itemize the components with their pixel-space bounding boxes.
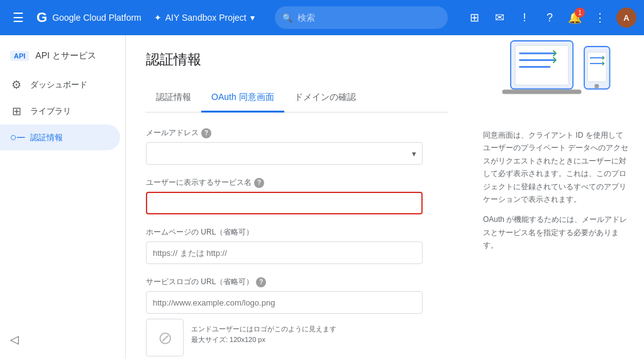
info-panel: 同意画面は、クライアント ID を使用してユーザーのプライベート データへのアク… (468, 35, 644, 359)
email-label: メールアドレス ? (146, 128, 423, 138)
project-dropdown-icon: ▾ (250, 13, 255, 23)
sidebar: API API とサービス ⚙ ダッシュボード ⊞ ライブラリ ○─ 認証情報 (0, 35, 126, 359)
svg-point-10 (594, 84, 599, 88)
project-name: AIY Sandbox Project (165, 13, 247, 23)
project-icon: ✦ (154, 13, 162, 23)
alert-button[interactable]: ! (513, 6, 536, 29)
search-icon: 🔍 (282, 13, 292, 23)
logo-help-icon[interactable]: ? (256, 277, 266, 287)
dashboard-icon: ⚙ (10, 78, 23, 92)
email-help-icon[interactable]: ? (201, 128, 211, 138)
svg-rect-7 (587, 52, 606, 82)
apps-button[interactable]: ⊞ (463, 6, 486, 29)
avatar[interactable]: A (616, 8, 636, 28)
service-name-input[interactable]: AIY Sandbox (146, 192, 423, 214)
main-wrapper: 認証情報 認証情報 OAuth 同意画面 ドメインの確認 メールアドレス ? h… (126, 35, 644, 359)
project-selector[interactable]: ✦ AIY Sandbox Project ▾ (149, 10, 260, 25)
help-button[interactable]: ? (538, 6, 561, 29)
tab-credentials[interactable]: 認証情報 (146, 84, 201, 113)
google-logo: G (36, 9, 47, 26)
logo-placeholder-icon: ⊘ (158, 328, 172, 348)
sidebar-title: API とサービス (35, 50, 96, 62)
sidebar-header: API API とサービス (0, 45, 125, 72)
email-group: メールアドレス ? hiroaki.akanuma@gmail.com (146, 128, 423, 165)
sidebar-item-dashboard[interactable]: ⚙ ダッシュボード (0, 72, 120, 98)
hamburger-button[interactable]: ☰ (8, 5, 29, 30)
logo-group: サービスロゴの URL（省略可） ? ⊘ エンドユーザーにはロゴがこのように見え… (146, 277, 423, 356)
sidebar-item-label-library: ライブラリ (30, 106, 71, 117)
page-title: 認証情報 (146, 50, 448, 69)
library-icon: ⊞ (10, 104, 23, 118)
oauth-form: メールアドレス ? hiroaki.akanuma@gmail.com ユーザー… (146, 128, 423, 359)
top-nav: ☰ G Google Cloud Platform ✦ AIY Sandbox … (0, 0, 644, 35)
api-badge: API (10, 51, 29, 61)
product-name: Google Cloud Platform (52, 13, 142, 23)
main-content: 認証情報 認証情報 OAuth 同意画面 ドメインの確認 メールアドレス ? h… (126, 35, 468, 359)
homepage-group: ホームページの URL（省略可） (146, 227, 423, 264)
app-body: API API とサービス ⚙ ダッシュボード ⊞ ライブラリ ○─ 認証情報 … (0, 35, 644, 359)
sidebar-item-label-credentials: 認証情報 (30, 132, 63, 143)
sidebar-collapse-button[interactable]: ◁ (5, 330, 24, 349)
sidebar-item-label-dashboard: ダッシュボード (30, 79, 87, 91)
email-button[interactable]: ✉ (488, 6, 511, 29)
search-bar[interactable]: 🔍 (275, 6, 448, 29)
svg-rect-1 (515, 45, 569, 85)
logo-input[interactable] (146, 291, 423, 314)
info-text-2: OAuth が機能するためには、メールアドレスとサービス名を指定する必要がありま… (483, 213, 629, 251)
credentials-icon: ○─ (10, 131, 23, 144)
more-options-button[interactable]: ⋮ (589, 6, 611, 29)
search-input[interactable] (297, 13, 440, 23)
homepage-label: ホームページの URL（省略可） (146, 227, 423, 238)
logo-label: サービスロゴの URL（省略可） ? (146, 277, 423, 287)
logo-hint: エンドユーザーにはロゴがこのように見えます 最大サイズ: 120x120 px (191, 319, 336, 345)
email-input[interactable]: hiroaki.akanuma@gmail.com (146, 142, 423, 165)
sidebar-item-library[interactable]: ⊞ ライブラリ (0, 98, 120, 124)
notification-badge: 1 (575, 8, 585, 18)
tabs: 認証情報 OAuth 同意画面 ドメインの確認 (146, 84, 448, 113)
logo-preview-area: ⊘ エンドユーザーにはロゴがこのように見えます 最大サイズ: 120x120 p… (146, 319, 423, 356)
service-name-label: ユーザーに表示するサービス名 ? (146, 177, 423, 188)
logo-placeholder: ⊘ (146, 319, 184, 356)
service-name-group: ユーザーに表示するサービス名 ? AIY Sandbox (146, 177, 423, 214)
homepage-input[interactable] (146, 241, 423, 264)
email-select-wrapper: hiroaki.akanuma@gmail.com (146, 142, 423, 165)
svg-rect-5 (502, 89, 582, 94)
tab-domain[interactable]: ドメインの確認 (284, 84, 366, 113)
illustration (499, 35, 613, 116)
service-name-help-icon[interactable]: ? (254, 178, 264, 188)
info-text: 同意画面は、クライアント ID を使用してユーザーのプライベート データへのアク… (483, 129, 629, 252)
notification-button[interactable]: 🔔 1 (564, 6, 586, 29)
tab-oauth[interactable]: OAuth 同意画面 (201, 84, 284, 113)
info-text-1: 同意画面は、クライアント ID を使用してユーザーのプライベート データへのアク… (483, 129, 629, 206)
logo-area: G Google Cloud Platform (36, 9, 142, 26)
nav-icons: ⊞ ✉ ! ? 🔔 1 ⋮ A (463, 6, 636, 29)
sidebar-item-credentials[interactable]: ○─ 認証情報 (0, 124, 120, 150)
